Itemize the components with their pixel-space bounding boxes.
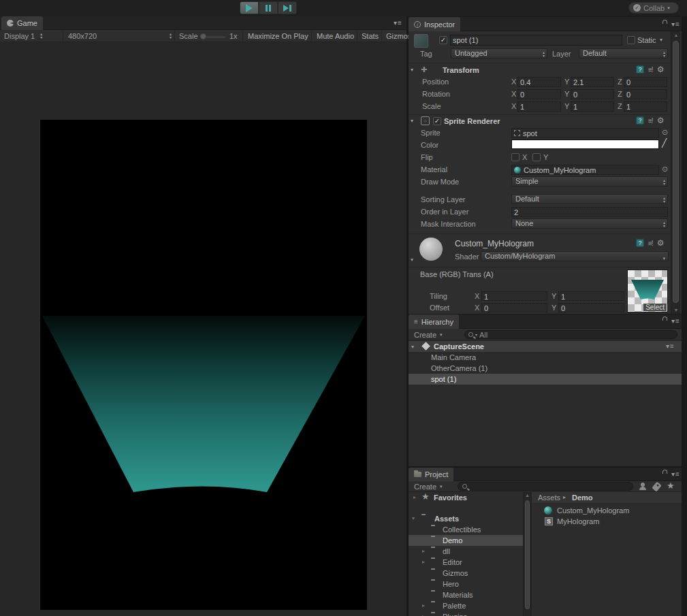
scale-x-field[interactable]: 1 [517, 101, 561, 112]
mute-audio-button[interactable]: Mute Audio [317, 32, 354, 40]
position-y-field[interactable]: 2.1 [571, 77, 614, 87]
asset-item[interactable]: S MyHologram [532, 516, 682, 527]
scene-foldout-icon[interactable]: ▾ [411, 344, 414, 350]
step-button[interactable] [278, 1, 297, 14]
draw-mode-dropdown[interactable]: Simple ▴▾ [511, 176, 668, 187]
search-by-type-icon[interactable] [639, 483, 647, 490]
hierarchy-search-input[interactable]: ▾ All [464, 330, 677, 339]
tab-hierarchy[interactable]: ≡ Hierarchy [409, 314, 459, 329]
maximize-on-play-button[interactable]: Maximize On Play [248, 32, 308, 40]
inspector-scrollbar[interactable]: ▲ ▼ [671, 31, 680, 314]
transform-help-icon[interactable]: ? [636, 65, 644, 74]
gizmos-button[interactable]: Gizmos [386, 32, 411, 40]
stats-button[interactable]: Stats [362, 32, 379, 40]
play-button[interactable] [240, 1, 259, 14]
transform-settings-icon[interactable]: ⚙ [657, 65, 665, 74]
mask-interaction-dropdown[interactable]: None ▴▾ [511, 218, 668, 229]
object-active-checkbox[interactable]: ✓ [439, 36, 447, 44]
material-field[interactable]: Custom_MyHologram [511, 165, 659, 175]
sprite-renderer-presets-icon[interactable]: ≡! [648, 117, 653, 125]
folder-item[interactable]: ▸ dll [409, 546, 523, 557]
folder-item[interactable]: ▸ Palette [409, 600, 523, 611]
offset-y-field[interactable]: 0 [558, 303, 624, 312]
breadcrumb-current[interactable]: Demo [572, 493, 593, 502]
object-name-field[interactable]: spot (1) [450, 35, 622, 46]
expand-arrow-icon[interactable]: ▸ [422, 602, 425, 609]
tab-inspector[interactable]: i Inspector [409, 17, 460, 31]
hierarchy-create-button[interactable]: Create ▾ [414, 331, 443, 339]
static-checkbox[interactable] [627, 36, 635, 44]
rotation-y-field[interactable]: 0 [571, 89, 614, 99]
breadcrumb-root[interactable]: Assets [538, 493, 560, 502]
folder-item[interactable]: Collectibles [409, 524, 523, 535]
layer-dropdown[interactable]: Default ▴▾ [579, 48, 668, 59]
project-tree-scrollbar[interactable]: ▲ [523, 492, 530, 616]
order-in-layer-field[interactable]: 2 [511, 207, 668, 217]
resolution-selector[interactable]: 480x720 ▴▾ [68, 32, 172, 40]
rotation-x-field[interactable]: 0 [517, 89, 561, 99]
folder-item[interactable]: ▸ Plugins [409, 611, 523, 616]
hierarchy-item[interactable]: OtherCamera (1) [409, 363, 682, 374]
collab-button[interactable]: ✓ Collab ▾ [628, 2, 679, 14]
tag-dropdown[interactable]: Untagged ▴▾ [451, 48, 547, 59]
scale-z-field[interactable]: 1 [624, 101, 667, 112]
project-search-input[interactable] [458, 482, 633, 491]
transform-foldout-icon[interactable]: ▾ [411, 67, 413, 73]
game-tab-menu-icon[interactable]: ▾≡ [394, 19, 402, 27]
material-settings-icon[interactable]: ⚙ [657, 239, 665, 247]
inspector-menu-icon[interactable]: ▾≡ [671, 20, 680, 28]
material-help-icon[interactable]: ? [636, 239, 644, 247]
hierarchy-item[interactable]: Main Camera [409, 352, 682, 363]
shader-dropdown[interactable]: Custom/MyHologram ▾ [481, 251, 669, 261]
scene-menu-icon[interactable]: ▾≡ [666, 342, 675, 350]
collapse-arrow-icon[interactable]: ▾ [412, 515, 415, 521]
color-swatch[interactable] [511, 140, 659, 149]
position-x-field[interactable]: 0.4 [517, 77, 561, 87]
assets-item[interactable]: ▾ Assets [409, 513, 523, 524]
scale-y-field[interactable]: 1 [571, 101, 614, 112]
favorites-star-icon[interactable]: ★ [667, 481, 675, 491]
tab-project[interactable]: Project [409, 468, 453, 481]
folder-item[interactable]: Hero [409, 579, 523, 589]
folder-item[interactable]: Materials [409, 589, 523, 600]
scroll-down-icon[interactable]: ▼ [671, 308, 681, 312]
tab-game[interactable]: Game [1, 16, 43, 30]
expand-arrow-icon[interactable]: ▸ [422, 613, 425, 616]
scale-slider-track[interactable] [206, 36, 225, 38]
tiling-x-field[interactable]: 1 [481, 291, 547, 301]
transform-presets-icon[interactable]: ≡! [648, 66, 653, 74]
flip-x-checkbox[interactable] [511, 153, 520, 161]
display-selector[interactable]: Display 1 ▴▾ [4, 32, 42, 40]
sprite-renderer-help-icon[interactable]: ? [636, 116, 644, 125]
expand-arrow-icon[interactable]: ▸ [422, 559, 425, 565]
expand-arrow-icon[interactable]: ▸ [413, 494, 416, 500]
flip-y-checkbox[interactable] [532, 153, 541, 161]
scroll-up-icon[interactable]: ▲ [671, 33, 681, 37]
folder-item[interactable]: ▸ Editor [409, 557, 523, 568]
material-presets-icon[interactable]: ≡! [648, 240, 653, 247]
rotation-z-field[interactable]: 0 [624, 89, 667, 99]
favorites-item[interactable]: ▸ ★ Favorites [409, 492, 523, 503]
static-caret-icon[interactable]: ▾ [660, 37, 662, 43]
hierarchy-menu-icon[interactable]: ▾≡ [671, 317, 680, 325]
tiling-y-field[interactable]: 1 [558, 291, 624, 301]
folder-item[interactable]: Gizmos [409, 568, 523, 579]
sprite-renderer-enabled-checkbox[interactable]: ✓ [433, 117, 441, 125]
texture-preview[interactable]: Select [627, 270, 668, 312]
texture-select-button[interactable]: Select [643, 304, 667, 311]
hierarchy-item-selected[interactable]: spot (1) [409, 374, 682, 385]
folder-item-selected[interactable]: Demo [409, 535, 523, 546]
sprite-renderer-foldout-icon[interactable]: ▾ [411, 118, 413, 124]
scale-slider-knob[interactable] [200, 33, 206, 39]
pause-button[interactable] [259, 1, 278, 14]
sprite-renderer-settings-icon[interactable]: ⚙ [657, 116, 665, 125]
offset-x-field[interactable]: 0 [481, 303, 547, 312]
expand-arrow-icon[interactable]: ▸ [422, 548, 425, 554]
project-menu-icon[interactable]: ▾≡ [671, 470, 680, 478]
material-picker-icon[interactable]: ⊙ [662, 165, 668, 174]
sorting-layer-dropdown[interactable]: Default ▴▾ [511, 194, 668, 204]
position-z-field[interactable]: 0 [624, 77, 667, 87]
eyedropper-icon[interactable]: ╱ [662, 138, 667, 148]
sprite-field[interactable]: spot [511, 128, 659, 138]
scene-row[interactable]: ▾ CaptureScene ▾≡ [409, 341, 682, 352]
